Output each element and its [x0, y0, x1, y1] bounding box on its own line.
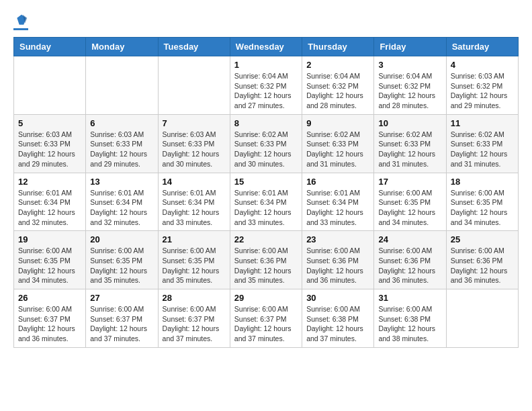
calendar-cell: 10Sunrise: 6:02 AMSunset: 6:33 PMDayligh… [374, 114, 446, 173]
calendar-cell: 2Sunrise: 6:04 AMSunset: 6:32 PMDaylight… [302, 56, 374, 115]
day-number: 16 [306, 177, 369, 187]
calendar-cell [86, 56, 158, 115]
day-number: 26 [18, 293, 81, 303]
day-number: 15 [234, 177, 298, 187]
day-number: 20 [90, 234, 153, 244]
day-info: Sunrise: 6:02 AMSunset: 6:33 PMDaylight:… [234, 130, 298, 169]
calendar-cell: 25Sunrise: 6:00 AMSunset: 6:36 PMDayligh… [446, 231, 518, 289]
calendar-cell: 29Sunrise: 6:00 AMSunset: 6:37 PMDayligh… [230, 289, 302, 348]
weekday-header-thursday: Thursday [302, 38, 374, 56]
calendar-week-row: 12Sunrise: 6:01 AMSunset: 6:34 PMDayligh… [14, 173, 519, 231]
day-info: Sunrise: 6:00 AMSunset: 6:37 PMDaylight:… [18, 304, 81, 344]
calendar-week-row: 5Sunrise: 6:03 AMSunset: 6:33 PMDaylight… [14, 114, 519, 173]
day-info: Sunrise: 6:00 AMSunset: 6:35 PMDaylight:… [18, 246, 81, 285]
day-info: Sunrise: 6:00 AMSunset: 6:35 PMDaylight:… [163, 246, 226, 285]
day-info: Sunrise: 6:02 AMSunset: 6:33 PMDaylight:… [378, 130, 441, 169]
calendar-cell: 13Sunrise: 6:01 AMSunset: 6:34 PMDayligh… [86, 173, 158, 231]
day-number: 7 [163, 118, 226, 128]
day-number: 6 [90, 118, 153, 128]
calendar-cell: 26Sunrise: 6:00 AMSunset: 6:37 PMDayligh… [14, 289, 86, 348]
day-info: Sunrise: 6:00 AMSunset: 6:36 PMDaylight:… [378, 246, 441, 285]
day-number: 13 [90, 177, 153, 187]
day-info: Sunrise: 6:00 AMSunset: 6:36 PMDaylight:… [234, 246, 298, 285]
day-info: Sunrise: 6:01 AMSunset: 6:34 PMDaylight:… [234, 188, 298, 228]
day-number: 23 [306, 234, 369, 244]
calendar-cell: 7Sunrise: 6:03 AMSunset: 6:33 PMDaylight… [158, 114, 230, 173]
calendar-cell: 1Sunrise: 6:04 AMSunset: 6:32 PMDaylight… [230, 56, 302, 115]
calendar-cell: 6Sunrise: 6:03 AMSunset: 6:33 PMDaylight… [86, 114, 158, 173]
day-number: 24 [378, 234, 441, 244]
day-number: 18 [451, 177, 514, 187]
calendar-week-row: 1Sunrise: 6:04 AMSunset: 6:32 PMDaylight… [14, 56, 519, 115]
day-number: 22 [234, 234, 298, 244]
calendar-cell: 16Sunrise: 6:01 AMSunset: 6:34 PMDayligh… [302, 173, 374, 231]
day-info: Sunrise: 6:03 AMSunset: 6:33 PMDaylight:… [18, 130, 81, 169]
day-info: Sunrise: 6:00 AMSunset: 6:38 PMDaylight:… [378, 304, 441, 344]
calendar-cell [14, 56, 86, 115]
logo-underline [13, 28, 28, 30]
calendar-cell: 19Sunrise: 6:00 AMSunset: 6:35 PMDayligh… [14, 231, 86, 289]
day-info: Sunrise: 6:00 AMSunset: 6:37 PMDaylight:… [163, 304, 226, 344]
day-number: 25 [451, 234, 514, 244]
day-info: Sunrise: 6:01 AMSunset: 6:34 PMDaylight:… [90, 188, 153, 228]
calendar-cell: 21Sunrise: 6:00 AMSunset: 6:35 PMDayligh… [158, 231, 230, 289]
logo-icon [15, 13, 28, 27]
calendar-cell: 15Sunrise: 6:01 AMSunset: 6:34 PMDayligh… [230, 173, 302, 231]
day-number: 30 [306, 293, 369, 303]
day-number: 5 [18, 118, 81, 128]
calendar-cell [158, 56, 230, 115]
calendar-cell: 4Sunrise: 6:03 AMSunset: 6:32 PMDaylight… [446, 56, 518, 115]
day-number: 17 [378, 177, 441, 187]
day-info: Sunrise: 6:00 AMSunset: 6:35 PMDaylight:… [451, 188, 514, 228]
day-info: Sunrise: 6:04 AMSunset: 6:32 PMDaylight:… [378, 71, 441, 111]
logo-text [13, 13, 28, 27]
day-info: Sunrise: 6:00 AMSunset: 6:37 PMDaylight:… [234, 304, 298, 344]
day-info: Sunrise: 6:02 AMSunset: 6:33 PMDaylight:… [306, 130, 369, 169]
calendar-cell: 9Sunrise: 6:02 AMSunset: 6:33 PMDaylight… [302, 114, 374, 173]
logo [13, 13, 28, 30]
calendar-cell: 14Sunrise: 6:01 AMSunset: 6:34 PMDayligh… [158, 173, 230, 231]
calendar-cell: 23Sunrise: 6:00 AMSunset: 6:36 PMDayligh… [302, 231, 374, 289]
day-info: Sunrise: 6:03 AMSunset: 6:33 PMDaylight:… [90, 130, 153, 169]
day-number: 1 [234, 60, 298, 70]
calendar-week-row: 26Sunrise: 6:00 AMSunset: 6:37 PMDayligh… [14, 289, 519, 348]
day-info: Sunrise: 6:01 AMSunset: 6:34 PMDaylight:… [306, 188, 369, 228]
weekday-header-saturday: Saturday [446, 38, 518, 56]
day-number: 12 [18, 177, 81, 187]
day-number: 19 [18, 234, 81, 244]
day-info: Sunrise: 6:03 AMSunset: 6:33 PMDaylight:… [163, 130, 226, 169]
weekday-header-monday: Monday [86, 38, 158, 56]
day-info: Sunrise: 6:00 AMSunset: 6:35 PMDaylight:… [90, 246, 153, 285]
calendar-cell: 28Sunrise: 6:00 AMSunset: 6:37 PMDayligh… [158, 289, 230, 348]
day-info: Sunrise: 6:01 AMSunset: 6:34 PMDaylight:… [18, 188, 81, 228]
calendar-cell [446, 289, 518, 348]
day-info: Sunrise: 6:00 AMSunset: 6:38 PMDaylight:… [306, 304, 369, 344]
day-info: Sunrise: 6:00 AMSunset: 6:36 PMDaylight:… [451, 246, 514, 285]
day-number: 3 [378, 60, 441, 70]
day-number: 4 [451, 60, 514, 70]
calendar-cell: 3Sunrise: 6:04 AMSunset: 6:32 PMDaylight… [374, 56, 446, 115]
calendar-cell: 27Sunrise: 6:00 AMSunset: 6:37 PMDayligh… [86, 289, 158, 348]
day-number: 10 [378, 118, 441, 128]
day-number: 31 [378, 293, 441, 303]
calendar-cell: 5Sunrise: 6:03 AMSunset: 6:33 PMDaylight… [14, 114, 86, 173]
calendar-cell: 12Sunrise: 6:01 AMSunset: 6:34 PMDayligh… [14, 173, 86, 231]
calendar-cell: 8Sunrise: 6:02 AMSunset: 6:33 PMDaylight… [230, 114, 302, 173]
weekday-header-row: SundayMondayTuesdayWednesdayThursdayFrid… [14, 38, 519, 56]
day-number: 29 [234, 293, 298, 303]
weekday-header-wednesday: Wednesday [230, 38, 302, 56]
day-info: Sunrise: 6:00 AMSunset: 6:35 PMDaylight:… [378, 188, 441, 228]
weekday-header-sunday: Sunday [14, 38, 86, 56]
day-info: Sunrise: 6:00 AMSunset: 6:36 PMDaylight:… [306, 246, 369, 285]
day-number: 11 [451, 118, 514, 128]
calendar-table: SundayMondayTuesdayWednesdayThursdayFrid… [13, 37, 519, 348]
day-number: 9 [306, 118, 369, 128]
day-number: 2 [306, 60, 369, 70]
calendar-cell: 18Sunrise: 6:00 AMSunset: 6:35 PMDayligh… [446, 173, 518, 231]
calendar-cell: 24Sunrise: 6:00 AMSunset: 6:36 PMDayligh… [374, 231, 446, 289]
weekday-header-friday: Friday [374, 38, 446, 56]
day-info: Sunrise: 6:00 AMSunset: 6:37 PMDaylight:… [90, 304, 153, 344]
day-number: 8 [234, 118, 298, 128]
day-number: 21 [163, 234, 226, 244]
header [13, 13, 519, 30]
